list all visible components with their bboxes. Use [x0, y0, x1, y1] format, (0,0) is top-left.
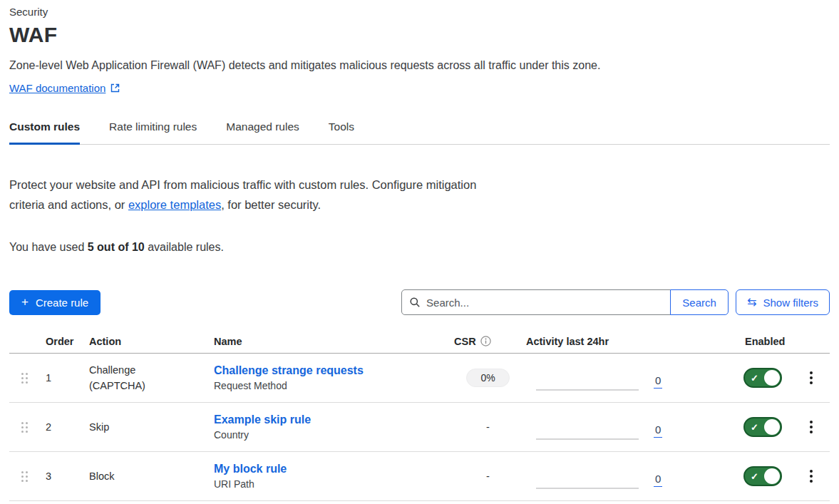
search-box [401, 289, 671, 315]
rule-enabled-cell: ✓ [735, 368, 792, 388]
table-row: 1 Challenge (CAPTCHA) Challenge strange … [9, 354, 830, 403]
intro-line2-after: , for better security. [221, 198, 321, 211]
rule-order: 2 [41, 421, 84, 433]
explore-templates-link[interactable]: explore templates [128, 198, 221, 211]
drag-handle[interactable] [21, 471, 28, 482]
rule-action: Block [84, 468, 214, 484]
rule-menu-cell [792, 369, 830, 387]
table-row: 3 Block My block rule URI Path - 0 ✓ [9, 452, 830, 501]
rule-csr-cell: - [450, 421, 526, 433]
order-column-header: Order [41, 336, 84, 347]
show-filters-button[interactable]: ⇆ Show filters [736, 289, 830, 315]
intro-line1: Protect your website and API from malici… [9, 178, 476, 191]
intro-paragraph: Protect your website and API from malici… [9, 175, 830, 215]
activity-sparkline [536, 488, 639, 489]
rule-activity-cell: 0 [526, 354, 735, 402]
rule-action: Skip [84, 419, 214, 435]
rule-csr-cell: 0% [450, 369, 526, 387]
tab[interactable]: Tools [329, 120, 354, 145]
kebab-menu-icon[interactable] [804, 467, 818, 485]
enabled-toggle[interactable]: ✓ [743, 368, 782, 388]
usage-after: available rules. [145, 241, 224, 253]
info-icon[interactable] [480, 336, 491, 346]
csr-column-header: CSR [450, 336, 526, 347]
rule-csr-value: 0% [466, 369, 509, 387]
activity-sparkline [536, 438, 639, 440]
toggle-knob [764, 370, 780, 386]
rule-menu-cell [792, 467, 830, 485]
rule-activity-cell: 0 [526, 452, 735, 500]
rule-order: 3 [41, 470, 84, 482]
search-area: Search ⇆ Show filters [401, 289, 830, 315]
rule-action: Challenge (CAPTCHA) [84, 362, 214, 394]
toggle-knob [764, 419, 780, 435]
breadcrumb: Security [9, 6, 830, 18]
create-rule-button[interactable]: + Create rule [9, 290, 101, 315]
search-input[interactable] [426, 297, 663, 309]
tab[interactable]: Custom rules [9, 120, 80, 145]
activity-count-link[interactable]: 0 [654, 374, 662, 389]
rule-order: 1 [41, 372, 84, 384]
page-title: WAF [9, 23, 830, 47]
rule-csr-value: - [486, 470, 490, 482]
csr-header-label: CSR [454, 336, 476, 347]
rule-criteria: Request Method [214, 380, 450, 391]
rule-name-cell: My block rule URI Path [214, 463, 450, 490]
table-row: 2 Skip Example skip rule Country - 0 ✓ [9, 403, 830, 452]
swap-arrows-icon: ⇆ [747, 297, 756, 308]
search-button[interactable]: Search [670, 289, 729, 315]
drag-cell [9, 373, 41, 384]
rule-activity-cell: 0 [526, 403, 735, 451]
rule-csr-cell: - [450, 470, 526, 482]
check-icon: ✓ [751, 373, 758, 384]
activity-count-link[interactable]: 0 [654, 423, 662, 438]
waf-documentation-link[interactable]: WAF documentation [9, 82, 105, 94]
rule-name-link[interactable]: My block rule [214, 463, 450, 475]
search-icon [409, 297, 421, 308]
enabled-toggle[interactable]: ✓ [743, 417, 782, 437]
external-link-icon [110, 83, 120, 93]
plus-icon: + [21, 295, 29, 309]
create-rule-label: Create rule [36, 297, 88, 309]
action-column-header: Action [84, 336, 214, 347]
intro-line2-before: criteria and actions, or [9, 198, 128, 211]
rule-action-line1: Block [89, 470, 114, 482]
kebab-menu-icon[interactable] [804, 418, 818, 436]
usage-count: 5 out of 10 [88, 241, 145, 253]
show-filters-label: Show filters [763, 297, 818, 309]
page-description: Zone-level Web Application Firewall (WAF… [9, 59, 830, 72]
rule-menu-cell [792, 418, 830, 436]
doc-link-row: WAF documentation [9, 82, 830, 94]
drag-handle[interactable] [21, 422, 28, 433]
tab[interactable]: Rate limiting rules [109, 120, 197, 145]
drag-handle[interactable] [21, 373, 28, 384]
rule-name-cell: Challenge strange requests Request Metho… [214, 364, 450, 391]
rule-name-cell: Example skip rule Country [214, 413, 450, 441]
tab[interactable]: Managed rules [226, 120, 299, 145]
drag-cell [9, 422, 41, 433]
name-column-header: Name [214, 336, 450, 347]
rule-enabled-cell: ✓ [735, 417, 792, 437]
table-header-row: Order Action Name CSR Activity last 24hr… [9, 329, 830, 354]
toolbar: + Create rule Search ⇆ Show filters [9, 289, 830, 315]
usage-before: You have used [9, 241, 88, 253]
rule-enabled-cell: ✓ [735, 466, 792, 486]
kebab-menu-icon[interactable] [804, 369, 818, 387]
rule-csr-value: - [486, 421, 490, 433]
rule-name-link[interactable]: Challenge strange requests [214, 364, 450, 377]
toggle-knob [764, 468, 780, 484]
rule-action-line2: (CAPTCHA) [89, 380, 145, 391]
check-icon: ✓ [751, 471, 758, 482]
tab-bar: Custom rules Rate limiting rules Managed… [9, 120, 830, 145]
enabled-column-header: Enabled [735, 336, 792, 347]
activity-count-link[interactable]: 0 [654, 473, 662, 487]
check-icon: ✓ [751, 422, 758, 433]
rule-name-link[interactable]: Example skip rule [214, 413, 450, 426]
drag-cell [9, 471, 41, 482]
usage-summary: You have used 5 out of 10 available rule… [9, 241, 830, 254]
activity-column-header: Activity last 24hr [526, 336, 735, 347]
rule-action-line1: Skip [89, 421, 109, 433]
enabled-toggle[interactable]: ✓ [743, 466, 782, 486]
rule-criteria: Country [214, 429, 450, 441]
rules-table: Order Action Name CSR Activity last 24hr… [9, 329, 830, 501]
